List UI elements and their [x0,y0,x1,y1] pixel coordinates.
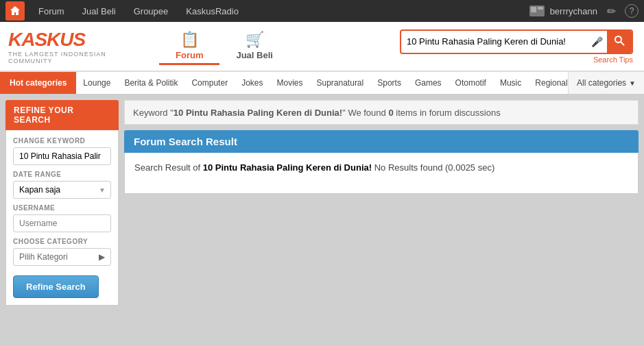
cat-otomotif[interactable]: Otomotif [449,78,493,88]
cat-movies[interactable]: Movies [270,78,309,88]
logo-area: KASKUS THE LARGEST INDONESIAN COMMUNITY [8,29,145,64]
cat-lounge[interactable]: Lounge [76,78,117,88]
category-value-label: Pilih Kategori [19,252,68,262]
category-items: Lounge Berita & Politik Computer Jokes M… [76,78,568,88]
username-label[interactable]: berrrychann [550,6,597,16]
refine-search-header: REFINE YOUR SEARCH [5,100,119,130]
nav-kaskusradio[interactable]: KaskusRadio [178,3,247,19]
svg-rect-2 [538,7,543,10]
tab-jual-beli[interactable]: 🛒 Jual Beli [219,28,289,65]
cat-jokes[interactable]: Jokes [235,78,270,88]
cat-games[interactable]: Games [408,78,449,88]
sidebar-panel: CHANGE KEYWORD DATE RANGE Kapan saja Har… [5,130,119,306]
all-categories-button[interactable]: All categories ▼ [568,72,644,94]
change-keyword-label: CHANGE KEYWORD [13,137,111,145]
date-range-select[interactable]: Kapan saja Hari ini Minggu ini Bulan ini [13,181,111,199]
home-button[interactable] [5,1,25,21]
chevron-down-icon: ▼ [629,79,636,87]
forum-search-result-section: Forum Search Result Search Result of 10 … [124,130,639,194]
top-nav-right: berrrychann ✏ ? [529,3,639,19]
date-range-label: DATE RANGE [13,171,111,178]
all-categories-label: All categories [577,78,626,88]
results-summary-bar: Keyword "10 Pintu Rahasia Paling Keren d… [124,100,639,125]
forum-result-text: Search Result of 10 Pintu Rahasia Paling… [134,162,494,173]
svg-line-4 [621,42,624,45]
choose-category-button[interactable]: Pilih Kategori ▶ [13,248,111,266]
tab-forum[interactable]: 📋 Forum [159,28,219,65]
search-area: 🎤 Search Tips [289,29,636,64]
cat-sports[interactable]: Sports [370,78,408,88]
search-button[interactable] [607,31,632,53]
chevron-right-icon: ▶ [99,252,105,262]
jual-beli-tab-label: Jual Beli [236,50,272,60]
username-input[interactable] [13,214,111,232]
nav-forum[interactable]: Forum [30,3,73,19]
svg-point-3 [615,36,621,42]
logo: KASKUS [8,29,145,51]
choose-category-label: CHOOSE CATEGORY [13,238,111,245]
nav-groupee[interactable]: Groupee [126,3,177,19]
search-input[interactable] [401,32,587,51]
username-label: USERNAME [13,204,111,212]
forum-tab-label: Forum [176,50,203,60]
cat-supranatural[interactable]: Supranatural [310,78,371,88]
category-bar: Hot categories Lounge Berita & Politik C… [0,71,644,95]
header: KASKUS THE LARGEST INDONESIAN COMMUNITY … [0,22,644,71]
cat-music[interactable]: Music [493,78,528,88]
nav-jual-beli[interactable]: Jual Beli [74,3,124,19]
logo-subtitle: THE LARGEST INDONESIAN COMMUNITY [8,51,145,64]
edit-icon[interactable]: ✏ [603,3,619,19]
forum-result-body: Search Result of 10 Pintu Rahasia Paling… [124,153,639,194]
top-navigation: Forum Jual Beli Groupee KaskusRadio berr… [0,0,644,22]
cat-regional[interactable]: Regional [528,78,568,88]
search-tips-link[interactable]: Search Tips [593,55,633,64]
main-results: Keyword "10 Pintu Rahasia Paling Keren d… [124,100,639,336]
date-range-wrapper: Kapan saja Hari ini Minggu ini Bulan ini… [13,181,111,199]
forum-result-suffix: No Results found (0.0025 sec) [372,162,494,173]
main-content-area: REFINE YOUR SEARCH CHANGE KEYWORD DATE R… [0,95,644,341]
keyword-input[interactable] [13,147,111,165]
results-count: 0 [388,108,393,118]
forum-result-header: Forum Search Result [124,130,639,153]
hot-categories-label[interactable]: Hot categories [0,72,76,94]
forum-tab-icon: 📋 [180,31,199,49]
help-icon[interactable]: ? [625,4,639,18]
cat-berita-politik[interactable]: Berita & Politik [117,78,184,88]
results-summary-text: Keyword "10 Pintu Rahasia Paling Keren d… [133,108,501,118]
forum-result-keyword: 10 Pintu Rahasia Paling Keren di Dunia! [203,162,372,173]
mic-icon[interactable]: 🎤 [587,34,607,50]
refine-search-button[interactable]: Refine Search [13,275,99,298]
jual-beli-tab-icon: 🛒 [246,31,264,49]
cat-computer[interactable]: Computer [184,78,235,88]
avatar [529,5,545,16]
search-bar: 🎤 [400,29,633,54]
svg-rect-1 [531,7,536,12]
results-keyword: 10 Pintu Rahasia Paling Keren di Dunia! [174,108,342,118]
sidebar: REFINE YOUR SEARCH CHANGE KEYWORD DATE R… [5,100,119,336]
top-nav-links: Forum Jual Beli Groupee KaskusRadio [30,3,529,19]
main-nav-tabs: 📋 Forum 🛒 Jual Beli [159,28,289,65]
